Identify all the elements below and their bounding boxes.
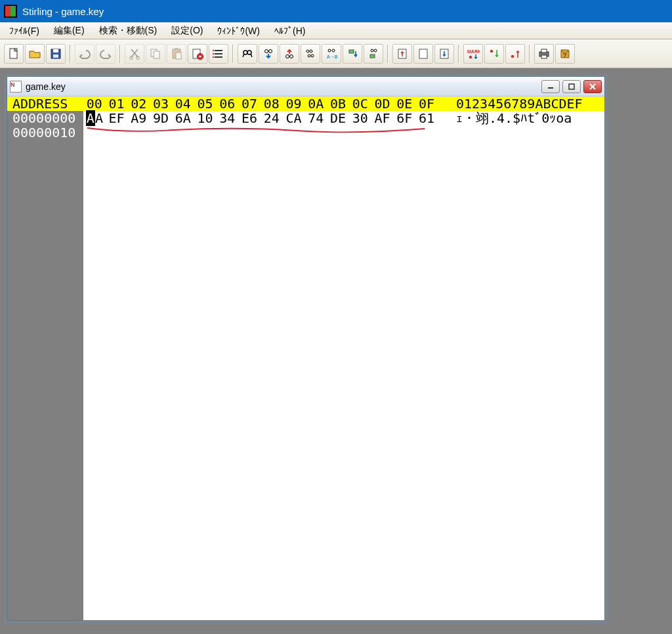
page-up-button[interactable]: [392, 44, 412, 64]
child-titlebar[interactable]: game.key: [7, 77, 604, 96]
svg-point-25: [265, 49, 268, 53]
toolbar-separator: [119, 45, 121, 63]
print-button[interactable]: [534, 44, 554, 64]
close-button[interactable]: [583, 80, 602, 93]
menu-search[interactable]: 検索・移動(S): [93, 23, 164, 39]
undo-button[interactable]: [75, 44, 94, 64]
copy-button[interactable]: [146, 44, 165, 64]
byte-05[interactable]: 10: [194, 111, 217, 125]
child-title: game.key: [26, 81, 66, 92]
col-0c: 0C: [349, 96, 371, 111]
byte-0f[interactable]: 61: [415, 111, 438, 125]
col-07: 07: [238, 96, 261, 111]
main-window: Stirling - game.key ﾌｧｲﾙ(F) 編集(E) 検索・移動(…: [0, 0, 672, 634]
child-window[interactable]: game.key ADDRESS 00 01 02 03 04: [7, 76, 605, 621]
bookmark-mark-button[interactable]: MARK: [463, 44, 483, 64]
open-button[interactable]: [25, 44, 45, 64]
svg-text:?: ?: [563, 52, 567, 58]
svg-rect-11: [176, 53, 181, 59]
svg-rect-10: [175, 48, 178, 50]
svg-rect-37: [370, 54, 375, 58]
save-button[interactable]: [46, 44, 66, 64]
find-up-button[interactable]: [280, 44, 299, 64]
find-button[interactable]: [238, 44, 257, 64]
data-area[interactable]: AA EF A9 9D 6A 10 34 E6 24 CA 74: [83, 111, 604, 620]
redo-button[interactable]: [96, 44, 116, 64]
menu-edit[interactable]: 編集(E): [47, 23, 91, 39]
byte-08[interactable]: 24: [261, 111, 283, 125]
list-button[interactable]: [209, 44, 228, 64]
menu-window[interactable]: ｳｨﾝﾄﾞｳ(W): [211, 24, 266, 38]
find-down-button[interactable]: [259, 44, 278, 64]
replace-down-button[interactable]: [343, 44, 362, 64]
find-all-button[interactable]: [301, 44, 320, 64]
svg-point-32: [311, 54, 314, 57]
byte-00[interactable]: AA: [83, 111, 106, 125]
page-blank-button[interactable]: [413, 44, 433, 64]
byte-0a[interactable]: 74: [305, 111, 327, 125]
col-00: 00: [83, 96, 106, 111]
hex-header-row: ADDRESS 00 01 02 03 04 05 06 07 08 09 0A…: [7, 96, 604, 111]
toolbar-separator: [529, 45, 530, 63]
menubar: ﾌｧｲﾙ(F) 編集(E) 検索・移動(S) 設定(O) ｳｨﾝﾄﾞｳ(W) ﾍ…: [0, 22, 672, 39]
byte-06[interactable]: 34: [217, 111, 239, 125]
col-06: 06: [217, 96, 239, 111]
address-header: ADDRESS: [7, 96, 83, 111]
mdi-area: game.key ADDRESS 00 01 02 03 04: [0, 68, 672, 634]
new-button[interactable]: [4, 44, 24, 64]
hex-view[interactable]: ADDRESS 00 01 02 03 04 05 06 07 08 09 0A…: [7, 96, 604, 620]
menu-settings[interactable]: 設定(O): [165, 23, 209, 39]
toolbar-separator: [232, 45, 234, 63]
byte-09[interactable]: CA: [283, 111, 305, 125]
byte-0c[interactable]: 30: [349, 111, 371, 125]
menu-help[interactable]: ﾍﾙﾌﾟ(H): [268, 24, 312, 38]
bookmark-next-button[interactable]: [484, 44, 504, 64]
byte-0e[interactable]: 6F: [394, 111, 416, 125]
delete-button[interactable]: [188, 44, 207, 64]
replace-up-button[interactable]: [364, 44, 383, 64]
addr-row-1: 00000010: [12, 125, 83, 140]
replace-range-button[interactable]: A→B: [322, 44, 341, 64]
page-down-button[interactable]: [434, 44, 454, 64]
titlebar-text: Stirling - game.key: [22, 6, 104, 17]
svg-text:A→B: A→B: [327, 54, 338, 59]
addr-row-0: 00000000: [12, 111, 83, 125]
byte-02[interactable]: A9: [128, 111, 150, 125]
svg-point-29: [306, 50, 309, 53]
minimize-button[interactable]: [541, 80, 560, 93]
svg-point-31: [308, 54, 310, 57]
byte-07[interactable]: E6: [238, 111, 261, 125]
address-strip: 00000000 00000010: [7, 111, 83, 620]
svg-point-38: [371, 49, 373, 52]
svg-line-23: [243, 54, 244, 57]
svg-rect-36: [349, 50, 354, 53]
byte-0b[interactable]: DE: [327, 111, 349, 125]
svg-point-33: [328, 49, 331, 52]
byte-03[interactable]: 9D: [150, 111, 172, 125]
ascii-gap: [438, 96, 456, 111]
bookmark-prev-button[interactable]: [505, 44, 525, 64]
titlebar[interactable]: Stirling - game.key: [0, 0, 672, 22]
app-icon: [4, 5, 17, 18]
help-button[interactable]: ?: [555, 44, 575, 64]
svg-point-20: [213, 56, 214, 57]
byte-01[interactable]: EF: [106, 111, 128, 125]
byte-0d[interactable]: AF: [371, 111, 394, 125]
hex-columns-header: 00 01 02 03 04 05 06 07 08 09 0A 0B 0C 0…: [83, 96, 438, 111]
paste-button[interactable]: [167, 44, 186, 64]
svg-line-24: [251, 54, 252, 57]
data-row-0[interactable]: AA EF A9 9D 6A 10 34 E6 24 CA 74: [83, 111, 604, 125]
hex-bytes-row-0[interactable]: AA EF A9 9D 6A 10 34 E6 24 CA 74: [83, 111, 438, 125]
col-02: 02: [128, 96, 150, 111]
hex-body[interactable]: 00000000 00000010 AA EF: [7, 111, 604, 620]
svg-point-26: [269, 49, 272, 53]
menu-file[interactable]: ﾌｧｲﾙ(F): [3, 24, 46, 38]
cut-button[interactable]: [125, 44, 144, 64]
svg-text:MARK: MARK: [467, 49, 480, 54]
ascii-row-0[interactable]: ｪ・翊.4.$ﾊtﾞ0ｯoa: [456, 111, 604, 125]
col-01: 01: [106, 96, 128, 111]
byte-04[interactable]: 6A: [172, 111, 194, 125]
maximize-button[interactable]: [562, 80, 581, 93]
toolbar-separator: [458, 45, 459, 63]
svg-point-19: [213, 53, 214, 54]
